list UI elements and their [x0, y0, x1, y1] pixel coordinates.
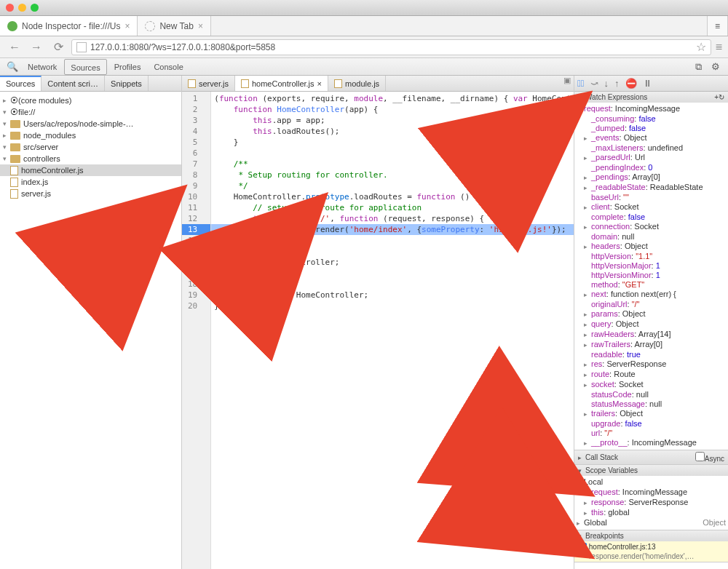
watch-row[interactable]: _dumped: false	[577, 124, 726, 133]
watch-row[interactable]: ▸_parsedUrl: Url	[577, 153, 726, 163]
tab-sources[interactable]: Sources	[0, 76, 41, 91]
step-into-icon[interactable]: ↓	[604, 78, 609, 89]
watch-row[interactable]: method: "GET"	[577, 280, 726, 290]
pause-exceptions-icon[interactable]: ⏸	[643, 78, 652, 89]
tab-new[interactable]: New Tab ×	[138, 16, 211, 36]
watch-row[interactable]: ▸connection: Socket	[577, 222, 726, 232]
watch-row[interactable]: ▸trailers: Object	[577, 409, 726, 419]
reload-button[interactable]: ⟳	[50, 39, 67, 56]
watch-row[interactable]: complete: false	[577, 212, 726, 222]
watch-row[interactable]: domain: null	[577, 232, 726, 242]
scope-row[interactable]: ▸response: ServerResponse	[577, 498, 726, 508]
watch-row[interactable]: url: "/"	[577, 429, 726, 438]
async-checkbox[interactable]: Async	[695, 452, 724, 463]
tree-file-server[interactable]: server.js	[0, 188, 181, 199]
breakpoint-checkbox[interactable]	[577, 543, 587, 552]
watch-row[interactable]: statusMessage: null	[577, 399, 726, 409]
watch-row[interactable]: _consuming: false	[577, 114, 726, 124]
file-icon	[188, 79, 196, 88]
close-tab-icon[interactable]: ×	[198, 21, 203, 31]
editor-pane: server.js homeController.js× module.js ▣…	[182, 76, 574, 569]
watch-row[interactable]: ▸_readableState: ReadableState	[577, 183, 726, 193]
watch-row[interactable]: ▸_pendings: Array[0]	[577, 172, 726, 183]
watch-row[interactable]: ▾request: IncomingMessage	[577, 104, 726, 114]
browser-tabs: Node Inspector - file:///Us × New Tab × …	[0, 16, 728, 36]
watch-row[interactable]: ▸rawHeaders: Array[14]	[577, 330, 726, 340]
tree-repo-folder[interactable]: ▾Users/ac/repos/node-simple-…	[0, 118, 181, 130]
editor-options-icon[interactable]: ▣	[561, 76, 574, 91]
step-over-icon[interactable]: ⤻	[590, 78, 598, 89]
panel-console[interactable]: Console	[148, 59, 189, 75]
deactivate-breakpoints-icon[interactable]: ⛔	[625, 78, 637, 89]
watch-row[interactable]: ▸socket: Socket	[577, 380, 726, 390]
watch-row[interactable]: ▸__proto__: IncomingMessage	[577, 438, 726, 448]
file-tab-homecontroller[interactable]: homeController.js×	[235, 76, 328, 91]
watch-row[interactable]: httpVersionMajor: 1	[577, 261, 726, 271]
watch-header[interactable]: ▾Watch Expressions+ ↻	[574, 92, 728, 103]
tree-file-index[interactable]: index.js	[0, 176, 181, 188]
address-input[interactable]: 127.0.0.1:8080/?ws=127.0.0.1:8080&port=5…	[71, 39, 711, 55]
watch-row[interactable]: ▸params: Object	[577, 309, 726, 319]
watch-row[interactable]: ▸rawTrailers: Array[0]	[577, 340, 726, 350]
resume-icon[interactable]: ▶⃓	[577, 78, 585, 89]
tree-core-modules[interactable]: ▸⦿ (core modules)	[0, 95, 181, 106]
watch-row[interactable]: httpVersion: "1.1"	[577, 252, 726, 261]
tree-node-modules[interactable]: ▸node_modules	[0, 130, 181, 141]
code-editor[interactable]: 123456789101112 13 14151617181920 (funct…	[182, 92, 574, 569]
callstack-header[interactable]: ▸Call StackAsync	[574, 450, 728, 464]
minimize-window-button[interactable]	[18, 4, 26, 12]
back-button[interactable]: ←	[6, 39, 23, 56]
panel-sources[interactable]: Sources	[64, 59, 106, 75]
tab-node-inspector[interactable]: Node Inspector - file:///Us ×	[0, 16, 138, 36]
tab-snippets[interactable]: Snippets	[105, 76, 149, 91]
window-titlebar	[0, 0, 728, 16]
tree-controllers[interactable]: ▾controllers	[0, 153, 181, 164]
step-out-icon[interactable]: ↑	[614, 78, 620, 89]
watch-row[interactable]: ▸headers: Object	[577, 242, 726, 252]
drawer-icon[interactable]: ⧉	[690, 61, 706, 73]
forward-button[interactable]: →	[28, 39, 45, 56]
scope-row[interactable]: ▸request: IncomingMessage	[577, 488, 726, 498]
breakpoint-item[interactable]: homeController.js:13 response.render('ho…	[574, 541, 728, 562]
watch-row[interactable]: ▸query: Object	[577, 319, 726, 330]
settings-icon[interactable]: ⚙	[708, 61, 724, 72]
hamburger-icon[interactable]: ≡	[716, 41, 722, 54]
scope-row[interactable]: ▸this: global	[577, 508, 726, 518]
bookmark-icon[interactable]: ☆	[696, 40, 706, 54]
menu-button[interactable]: ≡	[707, 16, 728, 36]
watch-row[interactable]: statusCode: null	[577, 390, 726, 399]
watch-row[interactable]: originalUrl: "/"	[577, 300, 726, 309]
tab-content-scripts[interactable]: Content scri…	[41, 76, 105, 91]
tree-src-server[interactable]: ▾src/server	[0, 141, 181, 153]
breakpoint-marker[interactable]: 13	[182, 224, 210, 235]
tab-title: New Tab	[159, 21, 193, 31]
close-window-button[interactable]	[6, 4, 14, 12]
watch-row[interactable]: ▸route: Route	[577, 370, 726, 380]
maximize-window-button[interactable]	[31, 4, 39, 12]
watch-row[interactable]: upgrade: false	[577, 419, 726, 429]
close-tab-icon[interactable]: ×	[124, 21, 130, 31]
watch-row[interactable]: ▸res: ServerResponse	[577, 359, 726, 370]
inspect-icon[interactable]: 🔍	[4, 61, 20, 72]
watch-row[interactable]: httpVersionMinor: 1	[577, 271, 726, 280]
file-tab-module[interactable]: module.js	[328, 76, 386, 91]
close-icon[interactable]: ×	[317, 76, 322, 92]
tree-file-root[interactable]: ▾⦿ file://	[0, 106, 181, 118]
watch-row[interactable]: baseUrl: ""	[577, 193, 726, 202]
line-gutter[interactable]: 123456789101112 13 14151617181920	[182, 92, 211, 569]
watch-row[interactable]: ▸next: function next(err) {	[577, 290, 726, 300]
watch-row[interactable]: _pendingIndex: 0	[577, 163, 726, 172]
scope-header[interactable]: ▾Scope Variables	[574, 465, 728, 476]
breakpoints-header[interactable]: ▾Breakpoints	[574, 530, 728, 541]
file-tab-server[interactable]: server.js	[182, 76, 235, 91]
file-icon	[10, 189, 18, 199]
tree-file-homecontroller[interactable]: homeController.js	[0, 164, 181, 176]
watch-row[interactable]: ▸client: Socket	[577, 202, 726, 212]
watch-row[interactable]: readable: true	[577, 350, 726, 359]
panel-profiles[interactable]: Profiles	[108, 59, 147, 75]
watch-row[interactable]: _maxListeners: undefined	[577, 143, 726, 153]
watch-row[interactable]: ▸_events: Object	[577, 133, 726, 143]
code-content[interactable]: (function (exports, require, module, __f…	[211, 92, 574, 569]
refresh-watch-icon[interactable]: ↻	[719, 93, 724, 101]
panel-network[interactable]: Network	[22, 59, 63, 75]
